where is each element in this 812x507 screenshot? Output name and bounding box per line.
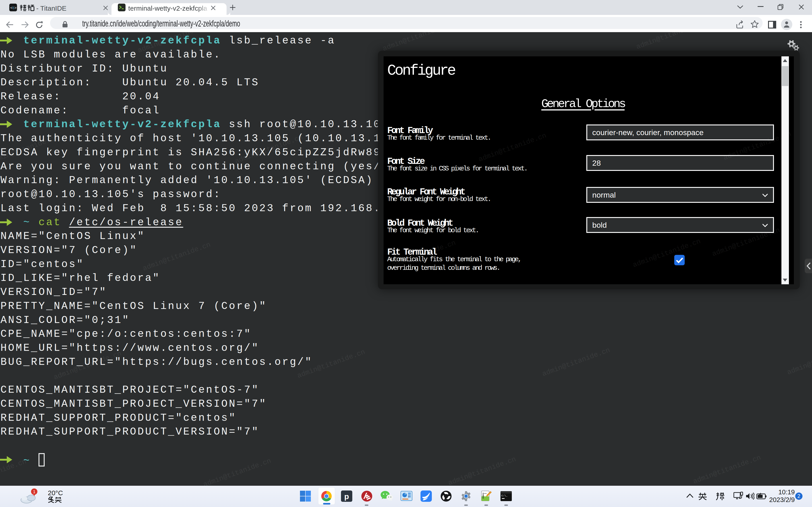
svg-text:C:\_: C:\_ — [501, 494, 507, 497]
svg-text:p: p — [344, 492, 349, 501]
svg-text:1: 1 — [33, 489, 36, 494]
svg-text:>: > — [14, 6, 16, 10]
